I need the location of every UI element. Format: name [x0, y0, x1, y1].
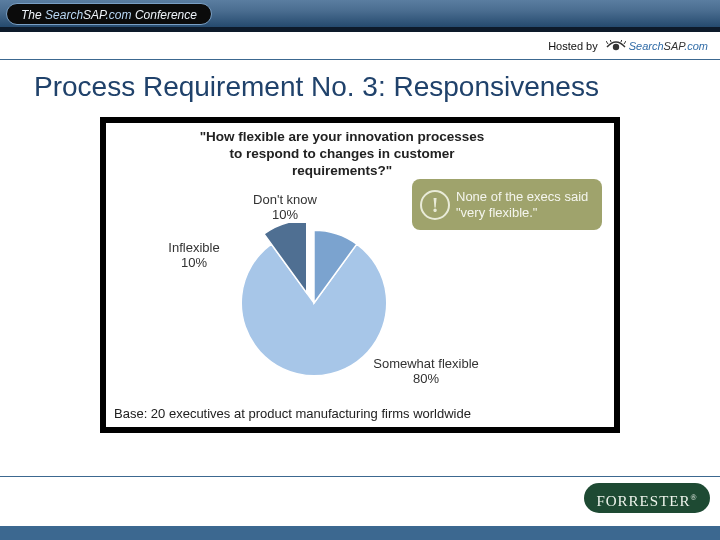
conference-brand-sap: SAP — [83, 8, 105, 22]
header-bar: The SearchSAP.com Conference — [0, 0, 720, 32]
chart-base-note: Base: 20 executives at product manufactu… — [114, 406, 471, 421]
svg-point-0 — [613, 43, 619, 49]
label-somewhat-flexible: Somewhat flexible 80% — [366, 357, 486, 387]
label-dont-know: Don't know 10% — [240, 193, 330, 223]
label-inflexible-text: Inflexible — [168, 240, 219, 255]
exclamation-icon: ! — [420, 190, 450, 220]
host-brand-com: .com — [684, 40, 708, 52]
forrester-text: FORRESTER — [596, 493, 690, 509]
label-dont-know-pct: 10% — [240, 208, 330, 223]
conference-logo: The SearchSAP.com Conference — [6, 3, 212, 25]
host-logo: SearchSAP.com — [606, 40, 708, 52]
footer-stripe — [0, 526, 720, 540]
slide-title: Process Requirement No. 3: Responsivenes… — [0, 60, 720, 111]
callout-text: None of the execs said "very flexible." — [456, 189, 588, 220]
chart-question: "How flexible are your innovation proces… — [192, 129, 492, 180]
host-brand-sap: SAP — [664, 40, 685, 52]
hosted-by-row: Hosted by SearchSAP.com — [0, 32, 720, 60]
label-somewhat-text: Somewhat flexible — [373, 356, 479, 371]
host-brand-search: Search — [629, 40, 664, 52]
chart-frame: "How flexible are your innovation proces… — [100, 117, 620, 433]
conference-brand-com: .com — [106, 8, 132, 22]
label-inflexible: Inflexible 10% — [154, 241, 234, 271]
conference-suffix: Conference — [135, 8, 197, 22]
eye-icon — [606, 40, 626, 52]
label-somewhat-pct: 80% — [366, 372, 486, 387]
footer: FORRESTER® — [0, 476, 720, 522]
chart-callout: ! None of the execs said "very flexible.… — [412, 179, 602, 230]
forrester-logo: FORRESTER® — [584, 483, 710, 513]
trademark-symbol: ® — [690, 493, 697, 502]
hosted-by-label: Hosted by — [548, 40, 598, 52]
conference-prefix: The — [21, 8, 42, 22]
label-dont-know-text: Don't know — [253, 192, 317, 207]
label-inflexible-pct: 10% — [154, 256, 234, 271]
conference-brand-search: Search — [45, 8, 83, 22]
